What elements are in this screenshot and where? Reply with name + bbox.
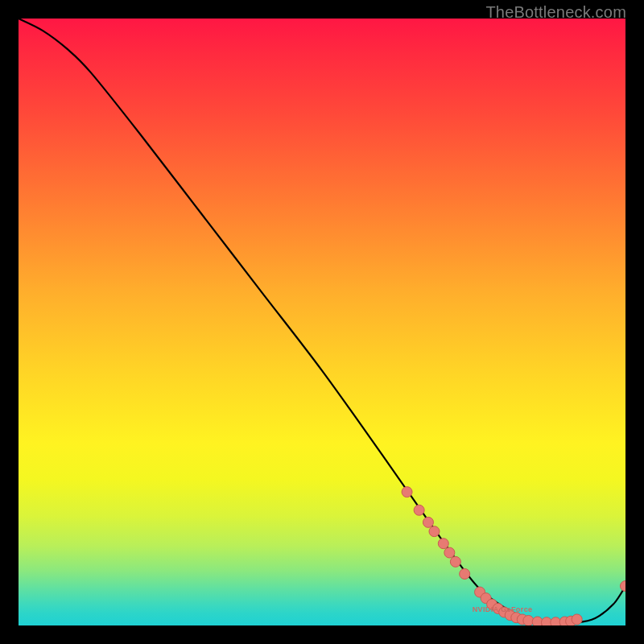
chart-svg [19, 19, 625, 625]
data-point [450, 556, 460, 567]
data-point [460, 568, 470, 579]
data-point [414, 505, 424, 515]
data-point [429, 526, 440, 537]
data-point [621, 580, 626, 591]
data-point [438, 539, 448, 549]
bottleneck-curve [19, 19, 625, 623]
data-points [402, 487, 625, 625]
data-point [402, 487, 412, 497]
data-point [572, 614, 582, 625]
plot-area: NVIDIA GeForce [19, 19, 625, 625]
chart-frame: TheBottleneck.com NVIDIA GeForce [0, 0, 644, 644]
data-point [423, 517, 433, 527]
data-point [444, 547, 455, 558]
